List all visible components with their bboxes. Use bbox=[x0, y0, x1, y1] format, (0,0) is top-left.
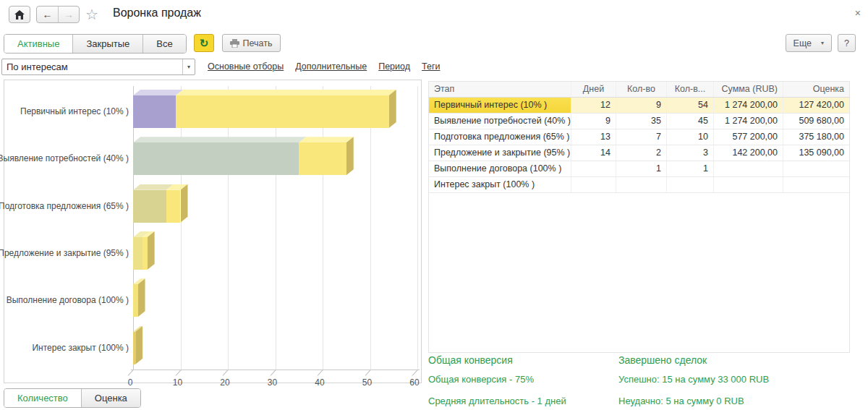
bar-segment[interactable] bbox=[133, 332, 135, 364]
nav-group: ← → bbox=[36, 6, 80, 23]
gridline bbox=[323, 86, 323, 370]
column-header[interactable]: Этап bbox=[429, 82, 571, 97]
bar-segment[interactable] bbox=[299, 142, 346, 175]
forward-button[interactable]: → bbox=[58, 7, 79, 22]
table-cell[interactable]: 10 bbox=[667, 129, 714, 145]
table-cell[interactable]: 1 bbox=[616, 161, 667, 176]
bar-side-face bbox=[135, 326, 142, 364]
table-row[interactable]: Предложение и закрытие (95% )1423142 200… bbox=[429, 145, 849, 161]
table-cell[interactable] bbox=[783, 177, 849, 192]
table-cell[interactable]: 509 680,00 bbox=[783, 114, 849, 129]
table-row[interactable]: Подготовка предложения (65% )13710577 20… bbox=[429, 129, 849, 145]
help-button[interactable]: ? bbox=[838, 34, 856, 52]
table-cell[interactable]: 9 bbox=[571, 114, 616, 129]
table-cell[interactable]: Выявление потребностей (40% ) bbox=[429, 114, 571, 129]
table-cell[interactable] bbox=[783, 161, 849, 176]
bar-top-face bbox=[299, 137, 354, 142]
category-label: Первичный интерес (10% ) bbox=[20, 106, 129, 117]
table-cell[interactable]: 1 bbox=[667, 161, 714, 176]
tab-closed[interactable]: Закрытые bbox=[72, 35, 142, 53]
table-cell[interactable]: Выполнение договора (100% ) bbox=[429, 161, 571, 176]
bar-segment[interactable] bbox=[133, 284, 138, 317]
table-cell[interactable]: 1 274 200,00 bbox=[714, 114, 783, 129]
bar-segment[interactable] bbox=[133, 237, 142, 270]
column-header[interactable]: Сумма (RUB) bbox=[714, 82, 783, 97]
table-cell[interactable]: 142 200,00 bbox=[714, 145, 783, 161]
bar-segment[interactable] bbox=[176, 95, 389, 128]
table-row[interactable]: Интерес закрыт (100% ) bbox=[429, 177, 849, 193]
link-main-filters[interactable]: Основные отборы bbox=[208, 61, 284, 72]
print-label: Печать bbox=[243, 38, 273, 48]
axis-tick bbox=[270, 370, 276, 376]
table-cell[interactable] bbox=[616, 177, 667, 192]
home-button[interactable] bbox=[9, 6, 30, 23]
table-cell[interactable]: 45 bbox=[667, 114, 714, 129]
tab-quantity[interactable]: Количество bbox=[4, 389, 81, 407]
table-cell[interactable]: 127 420,00 bbox=[783, 98, 849, 113]
table-cell[interactable] bbox=[571, 177, 616, 192]
table-cell[interactable]: Подготовка предложения (65% ) bbox=[429, 129, 571, 145]
table-cell[interactable]: 577 200,00 bbox=[714, 129, 783, 145]
axis-tick bbox=[318, 370, 323, 376]
bar-segment[interactable] bbox=[166, 190, 181, 223]
stats-success-line: Успешно: 15 на сумму 33 000 RUB bbox=[618, 374, 769, 385]
axis-tick bbox=[223, 370, 229, 376]
table-cell[interactable]: 3 bbox=[667, 145, 714, 161]
table-cell[interactable]: 9 bbox=[616, 98, 667, 113]
back-button[interactable]: ← bbox=[37, 7, 58, 22]
tab-score[interactable]: Оценка bbox=[81, 389, 140, 407]
table-cell[interactable]: 135 090,00 bbox=[783, 145, 849, 161]
table-row[interactable]: Выполнение договора (100% )11 bbox=[429, 161, 849, 177]
table-cell[interactable]: Интерес закрыт (100% ) bbox=[429, 177, 571, 192]
toolbar-right: Еще ▾ ? bbox=[786, 34, 856, 52]
table-row[interactable]: Выявление потребностей (40% )935451 274 … bbox=[429, 114, 849, 129]
favorite-star-icon[interactable]: ☆ bbox=[85, 6, 98, 23]
deal-state-tabs: Активные Закрытые Все bbox=[4, 34, 187, 54]
table-cell[interactable]: Предложение и закрытие (95% ) bbox=[429, 145, 571, 161]
table-cell[interactable]: 54 bbox=[667, 98, 714, 113]
refresh-button[interactable]: ↻ bbox=[194, 34, 214, 52]
table-cell[interactable]: 35 bbox=[616, 114, 667, 129]
column-header[interactable]: Дней bbox=[571, 82, 616, 97]
printer-icon bbox=[230, 39, 239, 48]
print-button[interactable]: Печать bbox=[222, 34, 281, 52]
bar-segment[interactable] bbox=[133, 190, 166, 223]
table-cell[interactable] bbox=[571, 161, 616, 176]
grouping-select[interactable]: По интересам ▾ bbox=[1, 59, 195, 75]
table-cell[interactable]: 12 bbox=[571, 98, 616, 113]
stats-deals: Завершено сделок Успешно: 15 на сумму 33… bbox=[618, 354, 769, 410]
column-header[interactable]: Кол-в... bbox=[667, 82, 714, 97]
x-axis-line bbox=[131, 370, 420, 370]
column-header[interactable]: Кол-во bbox=[616, 82, 667, 97]
bar-segment[interactable] bbox=[142, 237, 148, 270]
tab-all[interactable]: Все bbox=[142, 35, 185, 53]
axis-tick bbox=[412, 370, 418, 376]
table-cell[interactable] bbox=[714, 177, 783, 192]
gridline bbox=[370, 86, 371, 370]
table-cell[interactable] bbox=[667, 177, 714, 192]
link-tags[interactable]: Теги bbox=[422, 61, 440, 72]
table-cell[interactable]: 14 bbox=[571, 145, 616, 161]
bar-segment[interactable] bbox=[133, 142, 299, 175]
table-cell[interactable] bbox=[714, 161, 783, 176]
link-additional[interactable]: Дополнительные bbox=[295, 61, 367, 72]
gridline bbox=[276, 86, 276, 370]
tab-active[interactable]: Активные bbox=[4, 35, 72, 53]
column-header[interactable]: Оценка bbox=[783, 82, 849, 97]
bar-segment[interactable] bbox=[133, 95, 176, 128]
table-cell[interactable]: 13 bbox=[571, 129, 616, 145]
bar-side-face bbox=[148, 231, 155, 270]
link-period[interactable]: Период bbox=[378, 61, 410, 72]
axis-tick-label: 0 bbox=[116, 377, 145, 388]
gridline bbox=[133, 86, 134, 370]
close-icon[interactable]: × bbox=[855, 7, 861, 19]
table-row[interactable]: Первичный интерес (10% )129541 274 200,0… bbox=[429, 98, 849, 114]
table-cell[interactable]: Первичный интерес (10% ) bbox=[429, 98, 571, 113]
refresh-icon: ↻ bbox=[200, 38, 209, 48]
table-cell[interactable]: 375 180,00 bbox=[783, 129, 849, 145]
table-cell[interactable]: 7 bbox=[616, 129, 667, 145]
more-button[interactable]: Еще ▾ bbox=[786, 34, 832, 52]
chevron-down-icon: ▾ bbox=[821, 40, 824, 46]
table-cell[interactable]: 2 bbox=[616, 145, 667, 161]
table-cell[interactable]: 1 274 200,00 bbox=[714, 98, 783, 113]
